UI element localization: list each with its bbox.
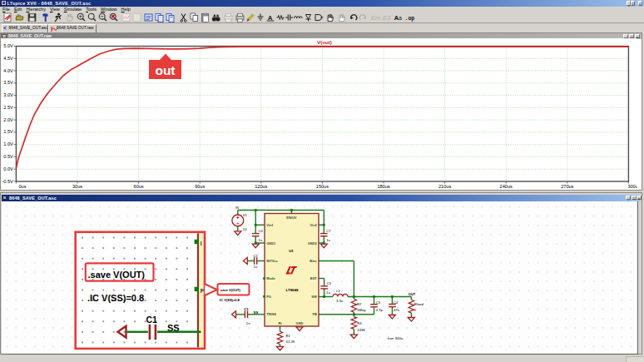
svg-text:1u: 1u (259, 237, 263, 241)
svg-text:2.0V: 2.0V (3, 117, 13, 122)
svg-text:SS: SS (254, 310, 259, 314)
svg-text:Rt: Rt (278, 321, 282, 325)
svg-text:Vin2: Vin2 (310, 223, 317, 227)
svg-text:4.7p: 4.7p (376, 307, 384, 311)
svg-text:E3: E3 (383, 14, 391, 22)
svg-text:EN/UV: EN/UV (286, 215, 297, 219)
svg-text:270us: 270us (561, 184, 573, 189)
svg-text:out: out (155, 63, 175, 77)
svg-text:C1: C1 (146, 315, 158, 325)
svg-text:120us: 120us (255, 184, 267, 189)
svg-text:R2: R2 (357, 301, 362, 305)
svg-text:.IC V(SS)=0.8: .IC V(SS)=0.8 (87, 292, 144, 302)
svg-text:C7: C7 (326, 228, 331, 232)
svg-text:U1: U1 (289, 248, 294, 252)
svg-text:3.3u: 3.3u (336, 298, 344, 302)
svg-text:.IC V(SS)=0.8: .IC V(SS)=0.8 (219, 298, 240, 302)
svg-text:GND2: GND2 (308, 241, 318, 245)
svg-text:60us: 60us (134, 184, 144, 189)
svg-text:.tran 300u: .tran 300u (387, 335, 404, 340)
svg-text:GND: GND (296, 321, 304, 325)
svg-text:3.5V: 3.5V (3, 80, 13, 85)
svg-text:FB: FB (312, 312, 316, 316)
svg-text:1u: 1u (254, 264, 258, 268)
svg-text:24: 24 (243, 226, 247, 231)
svg-text:0.0V: 0.0V (3, 166, 13, 171)
svg-text:LT8648: LT8648 (286, 288, 299, 292)
svg-text:OUT: OUT (409, 292, 416, 296)
svg-text:240us: 240us (500, 184, 513, 189)
svg-text:1.0V: 1.0V (3, 141, 13, 146)
svg-text:.op: .op (405, 15, 415, 21)
svg-text:1n: 1n (246, 321, 250, 325)
svg-text:R1: R1 (286, 333, 291, 337)
svg-text:1Meg: 1Meg (357, 308, 366, 312)
svg-text:Mode: Mode (266, 276, 275, 280)
svg-text:210us: 210us (438, 184, 451, 189)
svg-text:SW: SW (311, 294, 317, 298)
svg-text:PG: PG (266, 294, 271, 298)
svg-text:C4: C4 (394, 300, 399, 304)
svg-text:Em: Em (371, 14, 380, 22)
svg-text:150us: 150us (316, 184, 329, 189)
svg-text:.1u: .1u (325, 290, 330, 294)
svg-text:IN: IN (235, 206, 239, 210)
svg-text:C1: C1 (244, 307, 249, 311)
svg-text:L1: L1 (336, 289, 340, 293)
svg-text:243K: 243K (357, 327, 365, 331)
svg-text:TRISS: TRISS (266, 312, 276, 316)
svg-text:4.5V: 4.5V (3, 56, 13, 61)
svg-text:-0.5V: -0.5V (2, 179, 13, 184)
svg-text:Vin1: Vin1 (266, 223, 274, 227)
svg-text:BST: BST (310, 276, 318, 280)
svg-text:41.2K: 41.2K (286, 339, 295, 343)
svg-text:V1: V1 (243, 212, 248, 216)
svg-text:INTVcc: INTVcc (266, 259, 278, 263)
svg-text:C3: C3 (326, 281, 331, 285)
svg-text:A: A (268, 13, 273, 21)
svg-text:C4: C4 (259, 228, 264, 232)
svg-text:I: I (201, 240, 202, 245)
svg-text:1u: 1u (326, 237, 330, 241)
svg-text:R3: R3 (357, 320, 362, 325)
svg-text:2.5V: 2.5V (3, 105, 13, 110)
svg-text:90us: 90us (195, 184, 205, 189)
svg-text:V(out): V(out) (317, 39, 332, 45)
svg-text:Bias: Bias (310, 259, 317, 263)
svg-text:.save V(OUT): .save V(OUT) (220, 287, 241, 291)
svg-text:4.0V: 4.0V (3, 68, 13, 73)
svg-text:a: a (399, 15, 402, 21)
svg-text:1.5V: 1.5V (3, 129, 13, 134)
svg-text:3.0V: 3.0V (3, 92, 13, 97)
svg-text:C2: C2 (253, 253, 258, 257)
svg-text:0.5V: 0.5V (3, 154, 13, 159)
svg-text:0us: 0us (18, 184, 26, 189)
svg-text:GND1: GND1 (266, 241, 276, 245)
svg-text:180us: 180us (377, 184, 389, 189)
svg-text:C5: C5 (376, 300, 381, 304)
svg-text:300us: 300us (627, 184, 637, 189)
svg-text:5.0V: 5.0V (3, 43, 13, 48)
svg-text:47u: 47u (394, 307, 400, 311)
svg-text:30us: 30us (72, 184, 82, 189)
svg-text:Rload: Rload (414, 302, 424, 306)
svg-text:.save V(OUT): .save V(OUT) (88, 269, 146, 279)
